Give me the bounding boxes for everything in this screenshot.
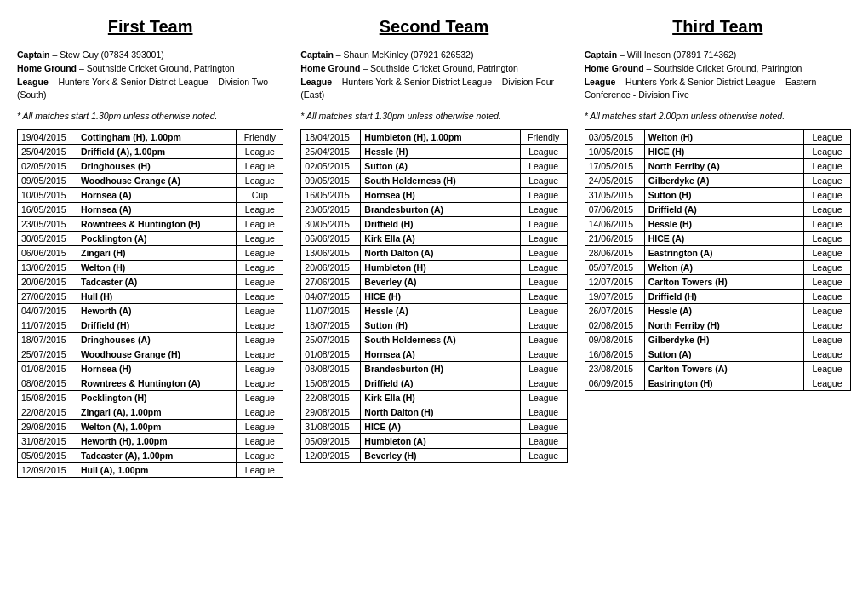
match-type: League — [803, 246, 850, 261]
match-type: League — [520, 347, 567, 362]
match-date: 19/07/2015 — [585, 290, 644, 304]
table-row: 18/07/2015Sutton (H)League — [301, 318, 567, 333]
match-date: 05/07/2015 — [585, 261, 644, 275]
match-name: Humbleton (H) — [361, 261, 520, 275]
match-name: Hornsea (A) — [77, 188, 237, 203]
table-row: 16/05/2015Hornsea (H)League — [301, 188, 567, 203]
table-row: 29/08/2015North Dalton (H)League — [301, 405, 567, 420]
match-name: Welton (A), 1.00pm — [77, 420, 237, 434]
second-team-column: Second TeamCaptain – Shaun McKinley (079… — [300, 17, 567, 478]
match-name: Sutton (A) — [361, 159, 520, 174]
match-name: Kirk Ella (H) — [361, 391, 520, 405]
match-name: Tadcaster (A), 1.00pm — [77, 449, 237, 463]
match-type: League — [520, 217, 567, 232]
match-name: Hessle (H) — [361, 145, 520, 159]
table-row: 22/08/2015Kirk Ella (H)League — [301, 391, 567, 405]
match-type: League — [237, 405, 283, 420]
match-type: League — [520, 159, 567, 174]
match-name: North Ferriby (H) — [644, 318, 803, 333]
match-name: Zingari (H) — [77, 246, 237, 261]
match-date: 25/04/2015 — [18, 145, 77, 159]
match-date: 13/06/2015 — [301, 246, 361, 261]
match-date: 29/08/2015 — [301, 405, 361, 420]
match-date: 25/07/2015 — [18, 347, 77, 362]
third-team-info: Captain – Will Ineson (07891 714362)Home… — [585, 49, 851, 102]
match-name: Hornsea (A) — [361, 347, 520, 362]
match-type: League — [237, 232, 283, 246]
match-type: League — [237, 159, 283, 174]
table-row: 08/08/2015Brandesburton (H)League — [301, 362, 567, 376]
match-type: League — [803, 290, 850, 304]
match-name: Driffield (A) — [644, 203, 803, 217]
table-row: 06/09/2015Eastrington (H)League — [585, 376, 850, 391]
match-type: Friendly — [520, 130, 567, 145]
table-row: 21/06/2015HICE (A)League — [585, 232, 850, 246]
match-date: 10/05/2015 — [18, 188, 77, 203]
match-date: 06/06/2015 — [18, 246, 77, 261]
match-date: 22/08/2015 — [301, 391, 361, 405]
match-date: 27/06/2015 — [301, 275, 361, 290]
match-date: 08/08/2015 — [18, 376, 77, 391]
match-date: 14/06/2015 — [585, 217, 644, 232]
match-type: League — [803, 304, 850, 318]
second-team-schedule-table: 18/04/2015Humbleton (H), 1.00pmFriendly2… — [300, 129, 567, 463]
match-type: League — [520, 174, 567, 188]
table-row: 26/07/2015Hessle (A)League — [585, 304, 850, 318]
match-date: 24/05/2015 — [585, 174, 644, 188]
table-row: 23/05/2015Rowntrees & Huntington (H)Leag… — [18, 217, 283, 232]
match-name: HICE (H) — [644, 145, 803, 159]
match-type: League — [237, 174, 283, 188]
table-row: 24/05/2015Gilberdyke (A)League — [585, 174, 850, 188]
match-name: Pocklington (H) — [77, 391, 237, 405]
match-type: League — [803, 362, 850, 376]
match-name: Driffield (A) — [361, 376, 520, 391]
match-date: 20/06/2015 — [18, 275, 77, 290]
table-row: 12/09/2015Hull (A), 1.00pmLeague — [18, 463, 283, 478]
match-name: Driffield (A), 1.00pm — [77, 145, 237, 159]
match-type: League — [520, 261, 567, 275]
table-row: 01/08/2015Hornsea (A)League — [301, 347, 567, 362]
table-row: 30/05/2015Driffield (H)League — [301, 217, 567, 232]
table-row: 15/08/2015Driffield (A)League — [301, 376, 567, 391]
match-name: Zingari (A), 1.00pm — [77, 405, 237, 420]
match-date: 29/08/2015 — [18, 420, 77, 434]
match-date: 05/09/2015 — [18, 449, 77, 463]
match-type: League — [803, 203, 850, 217]
third-team-schedule-table: 03/05/2015Welton (H)League10/05/2015HICE… — [585, 129, 851, 391]
table-row: 10/05/2015Hornsea (A)Cup — [18, 188, 283, 203]
match-date: 16/08/2015 — [585, 347, 644, 362]
match-date: 09/05/2015 — [301, 174, 361, 188]
table-row: 09/05/2015Woodhouse Grange (A)League — [18, 174, 283, 188]
match-name: Sutton (H) — [361, 318, 520, 333]
table-row: 17/05/2015North Ferriby (A)League — [585, 159, 850, 174]
match-name: Eastrington (A) — [644, 246, 803, 261]
table-row: 25/04/2015Driffield (A), 1.00pmLeague — [18, 145, 283, 159]
match-date: 28/06/2015 — [585, 246, 644, 261]
match-date: 15/08/2015 — [18, 391, 77, 405]
match-date: 04/07/2015 — [301, 290, 361, 304]
match-name: HICE (A) — [644, 232, 803, 246]
table-row: 13/06/2015Welton (H)League — [18, 261, 283, 275]
match-name: Woodhouse Grange (A) — [77, 174, 237, 188]
table-row: 02/05/2015Sutton (A)League — [301, 159, 567, 174]
table-row: 11/07/2015Driffield (H)League — [18, 318, 283, 333]
match-name: HICE (H) — [361, 290, 520, 304]
match-type: League — [520, 420, 567, 434]
match-type: League — [520, 449, 567, 463]
table-row: 04/07/2015Heworth (A)League — [18, 304, 283, 318]
table-row: 08/08/2015Rowntrees & Huntington (A)Leag… — [18, 376, 283, 391]
match-type: League — [237, 290, 283, 304]
match-type: League — [803, 159, 850, 174]
match-date: 10/05/2015 — [585, 145, 644, 159]
table-row: 06/06/2015Zingari (H)League — [18, 246, 283, 261]
table-row: 02/05/2015Dringhouses (H)League — [18, 159, 283, 174]
match-date: 31/05/2015 — [585, 188, 644, 203]
match-name: North Ferriby (A) — [644, 159, 803, 174]
match-name: Kirk Ella (A) — [361, 232, 520, 246]
match-name: Hornsea (H) — [361, 188, 520, 203]
match-date: 31/08/2015 — [301, 420, 361, 434]
table-row: 27/06/2015Beverley (A)League — [301, 275, 567, 290]
third-team-title: Third Team — [585, 17, 851, 37]
match-name: Heworth (A) — [77, 304, 237, 318]
table-row: 29/08/2015Welton (A), 1.00pmLeague — [18, 420, 283, 434]
